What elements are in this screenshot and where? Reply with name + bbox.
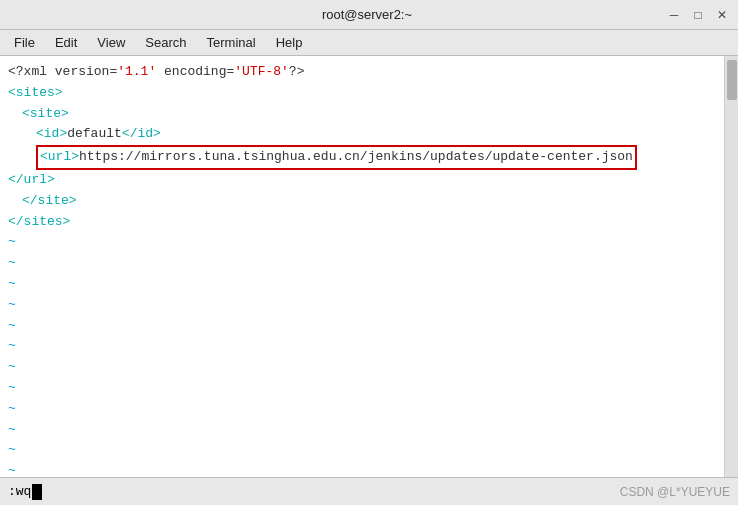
code-line-8: </sites> <box>8 212 716 233</box>
tilde-6: ~ <box>8 336 716 357</box>
titlebar: root@server2:~ ─ □ ✕ <box>0 0 738 30</box>
maximize-button[interactable]: □ <box>690 7 706 23</box>
code-line-3: <site> <box>8 104 716 125</box>
window-title: root@server2:~ <box>68 7 666 22</box>
statusbar: :wq CSDN @L*YUEYUE <box>0 477 738 505</box>
tilde-8: ~ <box>8 378 716 399</box>
tilde-10: ~ <box>8 420 716 441</box>
menu-search[interactable]: Search <box>135 33 196 52</box>
menu-file[interactable]: File <box>4 33 45 52</box>
menubar: File Edit View Search Terminal Help <box>0 30 738 56</box>
tilde-4: ~ <box>8 295 716 316</box>
tilde-11: ~ <box>8 440 716 461</box>
menu-terminal[interactable]: Terminal <box>197 33 266 52</box>
tilde-2: ~ <box>8 253 716 274</box>
url-highlight-box: <url>https://mirrors.tuna.tsinghua.edu.c… <box>36 145 637 170</box>
terminal-content[interactable]: <?xml version='1.1' encoding='UTF-8'?> <… <box>0 56 724 477</box>
code-line-6: </url> <box>8 170 716 191</box>
code-line-4: <id>default</id> <box>8 124 716 145</box>
scrollbar[interactable] <box>724 56 738 477</box>
close-button[interactable]: ✕ <box>714 7 730 23</box>
menu-edit[interactable]: Edit <box>45 33 87 52</box>
code-area: <?xml version='1.1' encoding='UTF-8'?> <… <box>8 62 716 477</box>
tilde-3: ~ <box>8 274 716 295</box>
cursor-block <box>32 484 42 500</box>
scrollbar-thumb[interactable] <box>727 60 737 100</box>
code-line-5-highlighted: <url>https://mirrors.tuna.tsinghua.edu.c… <box>8 145 716 170</box>
vim-command: :wq <box>8 484 42 500</box>
minimize-button[interactable]: ─ <box>666 7 682 23</box>
code-line-1: <?xml version='1.1' encoding='UTF-8'?> <box>8 62 716 83</box>
menu-view[interactable]: View <box>87 33 135 52</box>
command-text: :wq <box>8 484 31 499</box>
code-line-7: </site> <box>8 191 716 212</box>
tilde-1: ~ <box>8 232 716 253</box>
menu-help[interactable]: Help <box>266 33 313 52</box>
code-line-2: <sites> <box>8 83 716 104</box>
tilde-9: ~ <box>8 399 716 420</box>
terminal-window: <?xml version='1.1' encoding='UTF-8'?> <… <box>0 56 738 477</box>
watermark: CSDN @L*YUEYUE <box>620 485 730 499</box>
tilde-5: ~ <box>8 316 716 337</box>
window-controls: ─ □ ✕ <box>666 7 730 23</box>
tilde-12: ~ <box>8 461 716 477</box>
tilde-7: ~ <box>8 357 716 378</box>
